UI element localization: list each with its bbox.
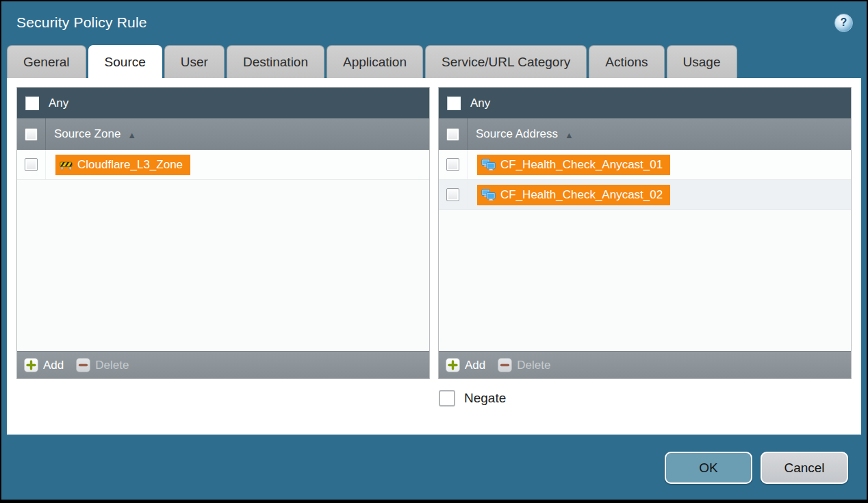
dialog-title: Security Policy Rule: [16, 14, 147, 31]
address-tag[interactable]: CF_Health_Check_Anycast_02: [477, 185, 670, 205]
source-address-footer: Add Delete: [439, 351, 851, 378]
tab-service-url-category[interactable]: Service/URL Category: [425, 45, 587, 78]
source-zone-panel: Any Source Zone ▲: [16, 87, 430, 379]
negate-label: Negate: [464, 391, 506, 406]
source-address-panel: Any Source Address ▲: [438, 87, 852, 379]
source-zone-any-row[interactable]: Any: [17, 88, 429, 118]
tab-application[interactable]: Application: [327, 45, 423, 78]
minus-icon: [76, 358, 90, 372]
zone-tag[interactable]: Cloudflare_L3_Zone: [55, 155, 190, 175]
tab-destination[interactable]: Destination: [227, 45, 324, 78]
sort-asc-icon: ▲: [127, 129, 136, 140]
add-button[interactable]: Add: [446, 358, 485, 372]
table-row[interactable]: Cloudflare_L3_Zone: [17, 150, 429, 180]
source-zone-select-all-checkbox[interactable]: [25, 128, 38, 141]
negate-checkbox[interactable]: [439, 390, 455, 407]
source-address-column-header[interactable]: Source Address ▲: [439, 118, 851, 150]
source-address-any-label: Any: [470, 96, 490, 110]
source-address-table-body: CF_Health_Check_Anycast_01: [439, 150, 851, 351]
tab-bar: General Source User Destination Applicat…: [1, 44, 867, 78]
row-label: Cloudflare_L3_Zone: [77, 158, 183, 172]
source-zone-footer: Add Delete: [17, 351, 429, 378]
source-zone-any-label: Any: [49, 96, 68, 110]
delete-button[interactable]: Delete: [76, 358, 129, 372]
source-zone-column-header[interactable]: Source Zone ▲: [17, 118, 429, 150]
negate-row: Negate: [439, 390, 852, 407]
sort-asc-icon: ▲: [565, 129, 574, 140]
tab-usage[interactable]: Usage: [667, 45, 737, 78]
row-label: CF_Health_Check_Anycast_01: [500, 158, 663, 172]
address-tag[interactable]: CF_Health_Check_Anycast_01: [477, 155, 670, 175]
tab-user[interactable]: User: [164, 45, 225, 78]
source-zone-column-label: Source Zone: [54, 127, 120, 141]
source-address-column-label: Source Address: [476, 127, 558, 141]
delete-button[interactable]: Delete: [498, 358, 550, 372]
row-label: CF_Health_Check_Anycast_02: [500, 188, 663, 202]
source-address-any-row[interactable]: Any: [439, 88, 851, 118]
add-button[interactable]: Add: [24, 358, 64, 372]
source-zone-any-checkbox[interactable]: [25, 96, 39, 110]
table-row[interactable]: CF_Health_Check_Anycast_01: [439, 150, 851, 180]
address-icon: [481, 159, 496, 171]
ok-button[interactable]: OK: [665, 452, 752, 484]
address-icon: [481, 189, 496, 201]
row-checkbox[interactable]: [446, 158, 459, 171]
table-row[interactable]: CF_Health_Check_Anycast_02: [439, 180, 851, 210]
plus-icon: [24, 358, 38, 372]
tab-content: Any Source Zone ▲: [7, 78, 861, 435]
source-zone-table-body: Cloudflare_L3_Zone: [17, 150, 429, 351]
row-checkbox[interactable]: [446, 188, 459, 201]
tab-general[interactable]: General: [7, 45, 86, 78]
minus-icon: [498, 358, 512, 372]
row-checkbox[interactable]: [25, 158, 38, 171]
zone-icon: [60, 159, 73, 170]
dialog-footer: OK Cancel: [1, 435, 867, 500]
titlebar: Security Policy Rule ?: [1, 1, 867, 44]
plus-icon: [446, 358, 460, 372]
security-policy-rule-dialog: Security Policy Rule ? General Source Us…: [0, 0, 868, 503]
cancel-button[interactable]: Cancel: [761, 452, 848, 484]
source-address-select-all-checkbox[interactable]: [446, 128, 459, 141]
source-address-any-checkbox[interactable]: [447, 96, 461, 110]
tab-source[interactable]: Source: [88, 45, 162, 78]
help-icon[interactable]: ?: [834, 14, 853, 32]
tab-actions[interactable]: Actions: [589, 45, 664, 78]
